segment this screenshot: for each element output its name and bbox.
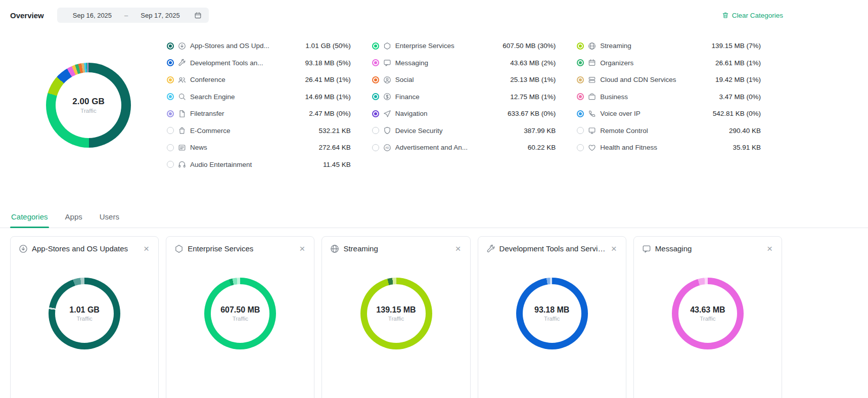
category-color-indicator xyxy=(167,59,174,66)
category-value: 19.42 MB (1%) xyxy=(715,76,761,83)
category-traffic-label: Traffic xyxy=(76,316,92,322)
category-color-indicator xyxy=(372,93,379,100)
category-color-indicator xyxy=(577,93,584,100)
device-security-icon xyxy=(383,126,391,135)
donut-center: 607.50 MBTraffic xyxy=(204,278,276,349)
close-icon[interactable]: × xyxy=(766,244,773,253)
category-card: Messaging×43.63 MBTraffic xyxy=(633,236,782,398)
view-tabs: CategoriesAppsUsers xyxy=(0,208,868,228)
category-value: 272.64 KB xyxy=(319,144,351,151)
legend-item[interactable]: Device Security387.99 KB xyxy=(372,122,556,140)
category-card: Development Tools and Services×93.18 MBT… xyxy=(478,236,626,398)
advertisement-icon: AD xyxy=(383,144,391,152)
news-icon xyxy=(178,144,186,152)
close-icon[interactable]: × xyxy=(298,244,306,253)
legend-item[interactable]: Search Engine14.69 MB (1%) xyxy=(167,89,351,106)
date-from[interactable]: Sep 16, 2025 xyxy=(61,12,123,19)
category-traffic-label: Traffic xyxy=(544,316,560,322)
category-value: 633.67 KB (0%) xyxy=(508,110,556,117)
category-value: 60.22 KB xyxy=(528,144,556,151)
category-label: Search Engine xyxy=(190,93,235,101)
donut-center: 2.00 GB Traffic xyxy=(46,63,131,148)
donut-center: 43.63 MBTraffic xyxy=(672,278,744,349)
legend-item[interactable]: Audio Entertainment11.45 KB xyxy=(167,156,351,173)
close-icon[interactable]: × xyxy=(454,244,462,253)
donut-center: 93.18 MBTraffic xyxy=(516,278,588,349)
category-value: 3.47 MB (0%) xyxy=(719,93,761,101)
legend-item[interactable]: Enterprise Services607.50 MB (30%) xyxy=(372,37,556,55)
category-traffic-label: Traffic xyxy=(388,316,404,322)
clear-categories-button[interactable]: Clear Categories xyxy=(722,12,783,19)
legend-item[interactable]: E-Commerce532.21 KB xyxy=(167,122,351,140)
legend-item[interactable]: Messaging43.63 MB (2%) xyxy=(372,55,556,72)
app-stores-icon xyxy=(19,244,28,253)
organizers-icon xyxy=(588,59,596,67)
category-label: Audio Entertainment xyxy=(190,161,252,168)
social-icon xyxy=(383,76,391,84)
date-range-picker[interactable]: Sep 16, 2025 – Sep 17, 2025 xyxy=(57,8,209,23)
dev-tools-icon xyxy=(178,59,186,67)
legend-item[interactable]: Remote Control290.40 KB xyxy=(577,122,761,140)
header-bar: Overview Sep 16, 2025 – Sep 17, 2025 Cle… xyxy=(0,0,868,30)
category-traffic-label: Traffic xyxy=(233,316,248,322)
business-icon xyxy=(588,93,596,101)
category-value: 542.81 KB (0%) xyxy=(713,110,761,117)
legend-item[interactable]: App-Stores and OS Upd...1.01 GB (50%) xyxy=(167,37,351,55)
tab-categories[interactable]: Categories xyxy=(10,208,49,228)
navigation-icon xyxy=(383,110,391,118)
category-value: 1.01 GB (50%) xyxy=(305,42,350,50)
category-donut-chart[interactable]: 43.63 MBTraffic xyxy=(672,278,744,349)
clear-categories-label: Clear Categories xyxy=(732,12,783,19)
messaging-icon xyxy=(642,244,651,253)
tab-users[interactable]: Users xyxy=(99,208,120,228)
card-header: Development Tools and Services× xyxy=(486,244,618,253)
legend-item[interactable]: Health and Fitness35.91 KB xyxy=(577,139,761,156)
category-label: Cloud and CDN Services xyxy=(600,76,676,83)
category-color-indicator xyxy=(577,76,584,83)
donut-center: 139.15 MBTraffic xyxy=(360,278,432,349)
category-traffic-value: 1.01 GB xyxy=(69,305,100,315)
calendar-icon[interactable] xyxy=(192,12,205,19)
streaming-icon xyxy=(588,42,596,50)
messaging-icon xyxy=(383,59,391,67)
close-icon[interactable]: × xyxy=(143,244,150,253)
category-donut-chart[interactable]: 139.15 MBTraffic xyxy=(360,278,432,349)
category-donut-chart[interactable]: 93.18 MBTraffic xyxy=(516,278,588,349)
category-label: Organizers xyxy=(600,59,633,67)
legend-item[interactable]: Navigation633.67 KB (0%) xyxy=(372,105,556,122)
close-icon[interactable]: × xyxy=(610,244,618,253)
legend-item[interactable]: Cloud and CDN Services19.42 MB (1%) xyxy=(577,71,761,89)
legend-item[interactable]: Development Tools an...93.18 MB (5%) xyxy=(167,55,351,72)
legend-item[interactable]: Conference26.41 MB (1%) xyxy=(167,71,351,89)
legend-item[interactable]: Social25.13 MB (1%) xyxy=(372,71,556,89)
legend-item[interactable]: Business3.47 MB (0%) xyxy=(577,89,761,106)
conference-icon xyxy=(178,76,186,84)
tab-apps[interactable]: Apps xyxy=(64,208,83,228)
category-color-indicator xyxy=(167,110,174,117)
legend-item[interactable]: ADAdvertisement and An...60.22 KB xyxy=(372,139,556,156)
streaming-icon xyxy=(330,244,339,253)
legend-item[interactable]: Filetransfer2.47 MB (0%) xyxy=(167,105,351,122)
category-traffic-label: Traffic xyxy=(700,316,715,322)
category-label: Development Tools an... xyxy=(190,59,263,67)
legend-item[interactable]: Finance12.75 MB (1%) xyxy=(372,89,556,106)
category-value: 43.63 MB (2%) xyxy=(510,59,556,67)
category-color-indicator xyxy=(577,59,584,66)
category-cards: App-Stores and OS Updates×1.01 GBTraffic… xyxy=(0,228,868,398)
legend-item[interactable]: Organizers26.61 MB (1%) xyxy=(577,55,761,72)
category-color-indicator-empty xyxy=(577,127,584,134)
category-label: News xyxy=(190,144,207,151)
date-to[interactable]: Sep 17, 2025 xyxy=(129,12,191,19)
category-value: 26.61 MB (1%) xyxy=(715,59,761,67)
legend-item[interactable]: Voice over IP542.81 KB (0%) xyxy=(577,105,761,122)
total-traffic-donut[interactable]: 2.00 GB Traffic xyxy=(46,63,131,148)
category-color-indicator xyxy=(577,110,584,117)
legend-item[interactable]: News272.64 KB xyxy=(167,139,351,156)
category-label: Social xyxy=(395,76,414,83)
category-donut-chart[interactable]: 607.50 MBTraffic xyxy=(204,278,276,349)
search-icon xyxy=(178,93,186,101)
traffic-overview-page: Overview Sep 16, 2025 – Sep 17, 2025 Cle… xyxy=(0,0,868,398)
category-donut-chart[interactable]: 1.01 GBTraffic xyxy=(49,278,120,349)
category-card: App-Stores and OS Updates×1.01 GBTraffic xyxy=(10,236,159,398)
legend-item[interactable]: Streaming139.15 MB (7%) xyxy=(577,37,761,55)
